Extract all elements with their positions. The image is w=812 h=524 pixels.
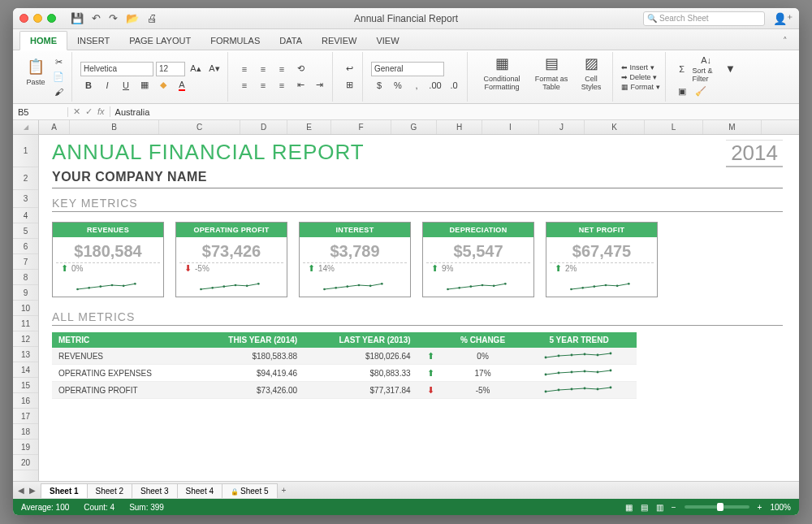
row-header[interactable]: 9 [13,285,38,301]
add-sheet-button[interactable]: + [277,484,292,496]
sheet-tab[interactable]: Sheet 3 [132,483,177,498]
redo-icon[interactable]: ↷ [109,12,118,24]
worksheet-grid[interactable]: 2014 ANNUAL FINANCIAL REPORT YOUR COMPAN… [39,135,799,481]
insert-cells-button[interactable]: ⬅ Insert ▾ [621,63,654,71]
format-cells-button[interactable]: ▦ Format ▾ [621,83,660,91]
row-header[interactable]: 12 [13,331,38,347]
underline-button[interactable]: U [118,78,134,93]
comma-icon[interactable]: , [408,78,425,93]
tab-formulas[interactable]: FORMULAS [201,32,270,50]
row-header[interactable]: 1 [13,135,38,167]
format-as-table-button[interactable]: ▤Format as Table [531,52,572,102]
row-header[interactable]: 13 [13,347,38,362]
decrease-decimal-icon[interactable]: .0 [446,78,462,93]
column-header[interactable]: G [391,120,437,134]
column-header[interactable]: J [539,120,585,134]
row-header[interactable]: 16 [13,393,38,409]
column-header[interactable]: A [39,120,70,134]
row-header[interactable]: 6 [13,239,38,254]
copy-icon[interactable]: 📄 [50,70,67,84]
font-name-select[interactable]: Helvetica [80,62,153,76]
tab-review[interactable]: REVIEW [312,32,366,50]
align-top-icon[interactable]: ≡ [236,62,253,76]
column-header[interactable]: M [703,120,762,134]
tab-view[interactable]: VIEW [366,32,408,50]
column-header[interactable]: K [585,120,645,134]
row-header[interactable]: 19 [13,440,38,455]
filter-icon[interactable]: ▼ [723,62,739,76]
cancel-formula-icon[interactable]: ✕ [73,106,80,117]
number-format-select[interactable]: General [371,62,444,76]
column-header[interactable]: F [331,120,391,134]
row-header[interactable]: 18 [13,424,38,440]
zoom-level[interactable]: 100% [770,503,791,512]
row-header[interactable]: 15 [13,378,38,393]
paste-button[interactable]: 📋 Paste [23,55,49,99]
decrease-font-icon[interactable]: A▾ [206,62,222,76]
autosum-icon[interactable]: Σ [674,62,690,76]
tab-home[interactable]: HOME [19,31,67,50]
font-size-select[interactable]: 12 [156,62,185,76]
name-box[interactable]: B5 [13,107,68,117]
collapse-ribbon-icon[interactable]: ˄ [778,32,793,50]
border-button[interactable]: ▦ [136,78,153,93]
column-header[interactable]: E [287,120,331,134]
column-header[interactable]: I [482,120,539,134]
decrease-indent-icon[interactable]: ⇤ [292,78,309,93]
row-header[interactable]: 2 [13,167,38,190]
orientation-icon[interactable]: ⟲ [292,62,309,76]
merge-cells-icon[interactable]: ⊞ [341,78,357,93]
zoom-slider[interactable] [685,505,749,509]
align-left-icon[interactable]: ≡ [236,78,253,93]
sheet-tab[interactable]: Sheet 1 [41,483,88,498]
formula-input[interactable]: Australia [110,107,155,117]
fill-color-button[interactable]: ◆ [155,78,171,93]
column-header[interactable]: L [645,120,703,134]
conditional-formatting-button[interactable]: ▦Conditional Formatting [476,52,528,102]
column-header[interactable]: D [240,120,287,134]
row-header[interactable]: 14 [13,362,38,378]
align-middle-icon[interactable]: ≡ [255,62,271,76]
bold-button[interactable]: B [80,78,97,93]
italic-button[interactable]: I [99,78,115,93]
increase-decimal-icon[interactable]: .00 [427,78,443,93]
open-icon[interactable]: 📂 [126,12,139,24]
increase-font-icon[interactable]: A▴ [188,62,204,76]
align-right-icon[interactable]: ≡ [274,78,290,93]
align-center-icon[interactable]: ≡ [255,78,271,93]
row-header[interactable]: 5 [13,223,38,239]
enter-formula-icon[interactable]: ✓ [85,106,93,117]
cell-styles-button[interactable]: ▨Cell Styles [575,52,607,102]
normal-view-icon[interactable]: ▦ [625,503,633,512]
delete-cells-button[interactable]: ➡ Delete ▾ [621,73,657,81]
next-sheet-icon[interactable]: ▶ [28,486,37,495]
row-header[interactable]: 10 [13,301,38,316]
percent-icon[interactable]: % [390,78,406,93]
row-header[interactable]: 8 [13,270,38,285]
align-bottom-icon[interactable]: ≡ [274,62,290,76]
tab-insert[interactable]: INSERT [67,32,119,50]
column-header[interactable]: H [437,120,482,134]
wrap-text-icon[interactable]: ↩ [341,62,357,76]
select-all-corner[interactable]: ◢ [13,120,39,134]
search-input[interactable]: 🔍Search Sheet [643,11,765,26]
maximize-window-button[interactable] [47,14,56,23]
row-header[interactable]: 3 [13,190,38,208]
fill-icon[interactable]: ▣ [674,84,690,99]
format-painter-icon[interactable]: 🖌 [50,84,67,99]
currency-icon[interactable]: $ [371,78,387,93]
font-color-button[interactable]: A [174,78,190,93]
sort-filter-button[interactable]: A↓Sort & Filter [693,55,720,83]
row-header[interactable]: 20 [13,455,38,470]
cut-icon[interactable]: ✂ [50,55,67,70]
first-sheet-icon[interactable]: ◀ [16,486,26,495]
fx-icon[interactable]: fx [97,106,105,117]
increase-indent-icon[interactable]: ⇥ [311,78,327,93]
print-icon[interactable]: 🖨 [147,12,158,24]
row-header[interactable]: 17 [13,409,38,424]
column-header[interactable]: B [70,120,159,134]
save-icon[interactable]: 💾 [71,12,84,24]
row-header[interactable]: 7 [13,254,38,270]
undo-icon[interactable]: ↶ [92,12,101,24]
zoom-out-icon[interactable]: − [672,503,676,512]
